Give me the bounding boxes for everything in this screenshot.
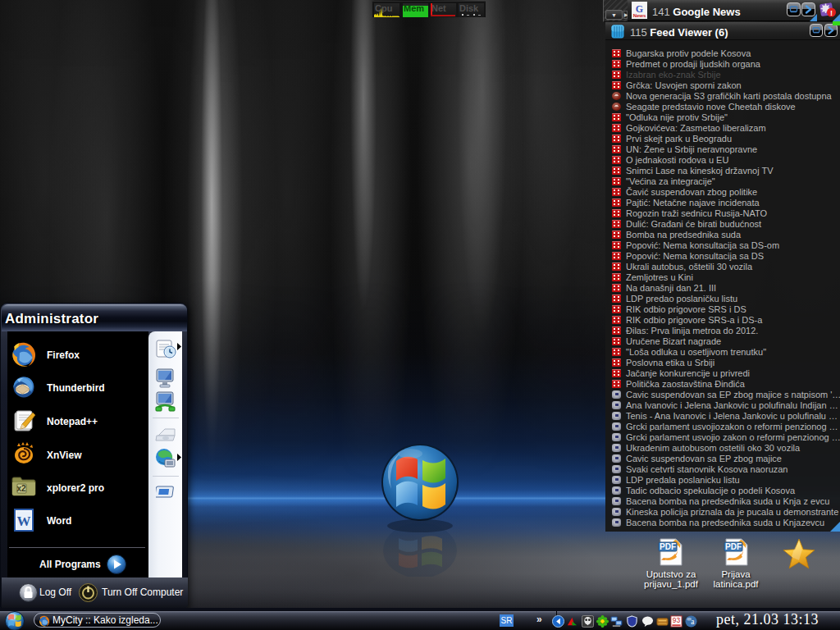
svg-text:x2: x2	[16, 484, 26, 493]
svg-text:PDF: PDF	[660, 542, 676, 551]
svg-text:!: !	[830, 9, 833, 17]
svg-text:W: W	[17, 514, 31, 529]
svg-text:93: 93	[673, 616, 681, 624]
svg-text:PDF: PDF	[725, 542, 742, 551]
svg-text:News: News	[633, 13, 646, 18]
